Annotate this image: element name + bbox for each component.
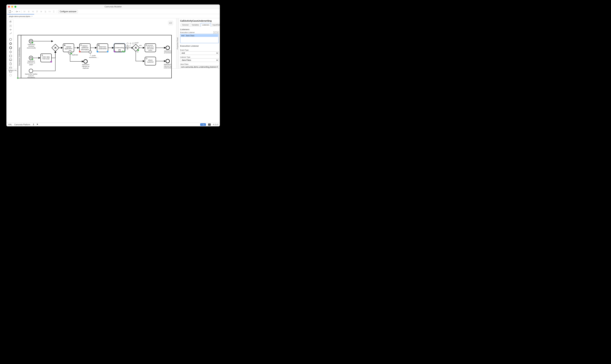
task-determine[interactable]: determine underwriter I O: [97, 43, 108, 52]
credit-label: credit-worthiness, ...: [88, 55, 99, 58]
minimap-toggle[interactable]: [168, 21, 173, 25]
file-tab[interactable]: plugin-demo-process.bpmn ×: [7, 14, 34, 18]
hand-tool-icon[interactable]: [9, 20, 12, 23]
svg-rect-17: [10, 74, 12, 76]
new-file-icon[interactable]: [8, 10, 12, 13]
task-inform-customer[interactable]: inform customer: [145, 57, 156, 65]
configure-autosave-button[interactable]: Configure autosave: [58, 10, 78, 13]
align-top-icon[interactable]: [35, 10, 39, 13]
align-bottom-icon[interactable]: [44, 10, 47, 13]
ctx-trash-icon[interactable]: [126, 48, 129, 50]
end-event-processed[interactable]: [166, 46, 170, 50]
start1-label: Application received electronically: [26, 44, 37, 49]
end-event-rejected[interactable]: [166, 59, 170, 63]
execution-listener-list[interactable]: end : Java Class: [180, 34, 219, 43]
gateway-approved[interactable]: ✕: [133, 45, 138, 51]
tab-variables[interactable]: Variables: [190, 23, 200, 26]
section-exec-listener-heading: Execution Listener: [180, 45, 219, 47]
props-element-name: CallActivityCaseUnderwriting: [180, 20, 219, 22]
start-event-electronic[interactable]: [29, 39, 33, 43]
data-store-icon[interactable]: [9, 66, 12, 69]
canvas-area: Insurance Underwriting: [6, 18, 176, 68]
start-event-tasklist[interactable]: [29, 69, 33, 73]
badge-icon: E: [50, 61, 52, 63]
lasso-tool-icon[interactable]: [9, 25, 12, 27]
svg-rect-11: [10, 55, 12, 57]
gateway-merge[interactable]: ✕: [53, 45, 58, 51]
xml-view-toggle[interactable]: XML: [8, 123, 12, 126]
end3-label: application rejected by underwriter: [162, 64, 173, 69]
svg-rect-12: [10, 59, 12, 61]
align-right-icon[interactable]: [31, 10, 35, 13]
deploy-icon[interactable]: [15, 10, 19, 13]
diagram-canvas[interactable]: Insurance Underwriting: [15, 20, 175, 67]
close-tab-icon[interactable]: ×: [31, 15, 33, 17]
badge-icon: F: [79, 51, 80, 52]
tab-general[interactable]: General: [181, 23, 190, 26]
tab-listeners[interactable]: Listeners: [201, 23, 211, 27]
svg-rect-2: [50, 11, 50, 12]
props-toggle-label: Properties Panel: [177, 38, 178, 49]
data-object-icon[interactable]: [9, 62, 12, 65]
boundary-duplicate[interactable]: L: [68, 50, 72, 54]
clear-java-class-button[interactable]: ×: [217, 66, 218, 68]
badge-icon: L: [124, 51, 125, 52]
no-label: no: [137, 51, 138, 53]
badge-icon: V: [122, 51, 123, 52]
event-type-select[interactable]: end: [180, 51, 219, 55]
pool-badge-icon: D: [17, 77, 19, 79]
align-center-icon[interactable]: [27, 10, 30, 13]
subprocess-icon[interactable]: [9, 59, 12, 61]
start-event-icon[interactable]: [9, 38, 12, 41]
properties-panel: CallActivityCaseUnderwriting ‹ General V…: [179, 18, 220, 68]
boundary-credit[interactable]: [89, 50, 92, 53]
app-window: Camunda Modeler ▾ ▾ Configure autosave p…: [6, 4, 220, 126]
listener-list-item[interactable]: end : Java Class: [181, 34, 218, 37]
connect-tool-icon[interactable]: [9, 32, 12, 35]
distribute-h-icon[interactable]: [48, 10, 51, 13]
add-listener-button[interactable]: +: [216, 31, 219, 34]
end-event-icon[interactable]: [9, 46, 12, 49]
remove-listener-button[interactable]: ×: [213, 31, 216, 34]
badge-icon: [32, 42, 33, 43]
end2-label: application processed: [163, 50, 172, 54]
svg-rect-15: [10, 71, 12, 72]
task-enter-data[interactable]: enter data from scan E: [40, 53, 52, 62]
svg-point-8: [10, 43, 11, 44]
expand-subprocess-icon[interactable]: +: [119, 49, 120, 51]
duplicate-label: duplicate: [72, 54, 78, 56]
task-process-policy[interactable]: process application and create policy: [145, 43, 156, 52]
listener-type-select[interactable]: Java Class: [180, 58, 219, 62]
run-status-icon[interactable]: [37, 123, 38, 126]
file-tab-label: plugin-demo-process.bpmn: [9, 15, 30, 17]
ctx-start-event-icon[interactable]: [126, 42, 129, 45]
end-event-duplicate[interactable]: [83, 59, 88, 64]
deploy-status-icon[interactable]: [33, 123, 35, 126]
tab-input-output[interactable]: Input/Output: [211, 23, 220, 26]
ctx-end-event-icon[interactable]: [126, 45, 129, 47]
status-bar: XML Camunda Platform Log ! 4.11.0: [6, 122, 220, 126]
task-icon[interactable]: [9, 55, 12, 57]
warning-indicator-icon[interactable]: !: [208, 123, 211, 126]
section-listeners-heading: Listeners: [180, 28, 219, 31]
task-underwriting-selected[interactable]: Underwriting + V L V: [114, 43, 125, 52]
ctx-task-icon[interactable]: [132, 42, 134, 45]
pool[interactable]: Insurance Underwriting: [18, 35, 172, 78]
align-left-icon[interactable]: [23, 10, 26, 13]
gateway-icon[interactable]: [9, 51, 12, 53]
ctx-annotation-icon[interactable]: [129, 45, 132, 47]
participant-icon[interactable]: [9, 70, 12, 73]
badge-icon: O: [107, 51, 108, 52]
intermediate-event-icon[interactable]: [9, 42, 12, 45]
properties-panel-toggle[interactable]: Properties Panel: [176, 18, 179, 68]
java-class-input[interactable]: [180, 65, 219, 68]
ctx-gateway-icon[interactable]: [129, 42, 132, 45]
log-toggle-button[interactable]: Log: [200, 123, 206, 126]
align-middle-icon[interactable]: [40, 10, 43, 13]
svg-point-21: [64, 45, 65, 46]
distribute-v-icon[interactable]: [52, 10, 55, 13]
group-icon[interactable]: [9, 74, 12, 77]
start-event-paper[interactable]: L: [29, 56, 33, 60]
space-tool-icon[interactable]: [9, 28, 12, 31]
svg-rect-26: [130, 43, 131, 44]
